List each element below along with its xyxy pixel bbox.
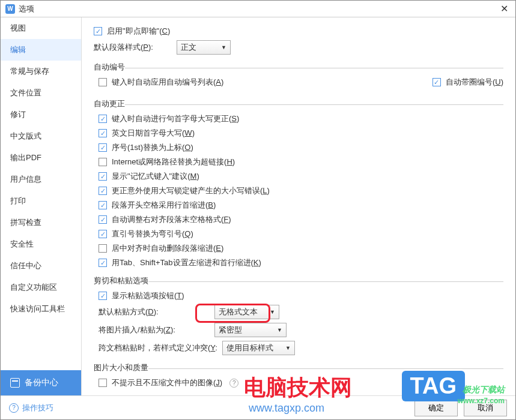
sidebar-item-cjk[interactable]: 中文版式	[1, 125, 81, 147]
label-ac11: 用Tab、Shift+Tab设置左缩进和首行缩进(K)	[112, 257, 261, 268]
tips-link[interactable]: 操作技巧	[22, 403, 53, 413]
dropdown-crossdoc[interactable]: 使用目标样式▼	[222, 341, 295, 355]
legend-autonum: 自动编号	[94, 62, 125, 73]
content-panel: 启用"即点即输"(C) 默认段落样式(P): 正文▼ 自动编号 键入时自动应用自…	[82, 17, 515, 395]
sidebar-item-general[interactable]: 常规与保存	[1, 61, 81, 82]
sidebar-item-pdf[interactable]: 输出PDF	[1, 147, 81, 169]
label-ac10: 居中对齐时自动删除段落缩进(E)	[112, 243, 223, 254]
dropdown-defpaste[interactable]: 无格式文本▼	[214, 305, 279, 319]
app-icon: W	[5, 4, 15, 14]
checkbox-ac2[interactable]	[99, 129, 107, 137]
label-ac9: 直引号替换为弯引号(Q)	[112, 229, 193, 239]
help-icon[interactable]: ?	[229, 379, 238, 388]
label-nocompress: 不提示且不压缩文件中的图像(J)	[112, 377, 222, 388]
legend-imgsize: 图片大小和质量	[94, 362, 148, 373]
chevron-down-icon: ▼	[270, 309, 275, 315]
sidebar-item-qat[interactable]: 快速访问工具栏	[1, 298, 81, 320]
label-click-type: 启用"即点即输"(C)	[107, 26, 170, 37]
label-circled: 自动带圈编号(U)	[446, 77, 503, 88]
tips-icon: ?	[9, 403, 19, 413]
label-ac5: 显示"记忆式键入"建议(M)	[112, 171, 199, 182]
checkbox-ac4[interactable]	[99, 158, 107, 166]
ok-button[interactable]: 确定	[414, 400, 458, 416]
sidebar-item-filelocation[interactable]: 文件位置	[1, 82, 81, 104]
label-ac4: Internet或网络路径替换为超链接(H)	[112, 157, 235, 167]
sidebar-item-security[interactable]: 安全性	[1, 233, 81, 255]
backup-label: 备份中心	[25, 377, 58, 388]
chevron-down-icon: ▼	[277, 327, 282, 333]
sidebar-item-spell[interactable]: 拼写检查	[1, 212, 81, 233]
checkbox-ac8[interactable]	[99, 215, 107, 224]
checkbox-ac6[interactable]	[99, 187, 107, 195]
checkbox-nocompress[interactable]	[99, 379, 107, 387]
checkbox-circled[interactable]	[433, 78, 441, 86]
chevron-down-icon: ▼	[285, 345, 291, 351]
backup-icon	[10, 378, 20, 388]
label-ac6: 更正意外使用大写锁定键产生的大小写错误(L)	[112, 185, 270, 196]
label-defpaste: 默认粘贴方式(D):	[99, 307, 210, 317]
legend-autocorrect: 自动更正	[94, 98, 125, 109]
checkbox-ac5[interactable]	[99, 172, 107, 181]
label-imgpaste: 将图片插入/粘贴为(Z):	[99, 325, 210, 335]
legend-cutpaste: 剪切和粘贴选项	[94, 275, 148, 286]
checkbox-ac3[interactable]	[99, 143, 107, 152]
checkbox-apply-list[interactable]	[99, 78, 107, 86]
checkbox-showpaste[interactable]	[99, 292, 107, 300]
label-crossdoc: 跨文档粘贴时，若样式定义冲突(Y:	[99, 343, 217, 353]
sidebar-item-edit[interactable]: 编辑	[1, 39, 81, 61]
label-apply-list: 键入时自动应用自动编号列表(A)	[112, 77, 223, 88]
chevron-down-icon: ▼	[221, 44, 226, 50]
label-ac8: 自动调整右对齐段落末空格格式(F)	[112, 214, 231, 225]
sidebar-item-trust[interactable]: 信任中心	[1, 255, 81, 277]
label-showpaste: 显示粘贴选项按钮(T)	[112, 290, 184, 301]
dropdown-imgpaste[interactable]: 紧密型▼	[214, 323, 287, 337]
sidebar-item-userinfo[interactable]: 用户信息	[1, 169, 81, 190]
label-ac2: 英文日期首字母大写(W)	[112, 128, 195, 139]
cancel-button[interactable]: 取消	[464, 400, 507, 416]
label-ac3: 序号(1st)替换为上标(O)	[112, 142, 193, 153]
checkbox-ac11[interactable]	[99, 259, 107, 267]
sidebar-item-print[interactable]: 打印	[1, 190, 81, 212]
close-icon[interactable]: ✕	[498, 3, 511, 14]
checkbox-ac10[interactable]	[99, 244, 107, 253]
backup-center-button[interactable]: 备份中心	[1, 370, 81, 395]
sidebar-item-ribbon[interactable]: 自定义功能区	[1, 277, 81, 298]
checkbox-click-type[interactable]	[94, 27, 102, 35]
checkbox-ac9[interactable]	[99, 230, 107, 238]
checkbox-ac1[interactable]	[99, 115, 107, 123]
sidebar-item-revision[interactable]: 修订	[1, 104, 81, 125]
label-ac7: 段落开头空格采用行首缩进(B)	[112, 200, 216, 211]
sidebar-item-view[interactable]: 视图	[1, 17, 81, 39]
sidebar: 视图 编辑 常规与保存 文件位置 修订 中文版式 输出PDF 用户信息 打印 拼…	[1, 17, 82, 395]
label-para-style: 默认段落样式(P):	[94, 42, 172, 53]
window-title: 选项	[19, 4, 498, 14]
dropdown-para-style[interactable]: 正文▼	[177, 40, 231, 55]
checkbox-ac7[interactable]	[99, 201, 107, 209]
label-ac1: 键入时自动进行句首字母大写更正(S)	[112, 113, 239, 124]
